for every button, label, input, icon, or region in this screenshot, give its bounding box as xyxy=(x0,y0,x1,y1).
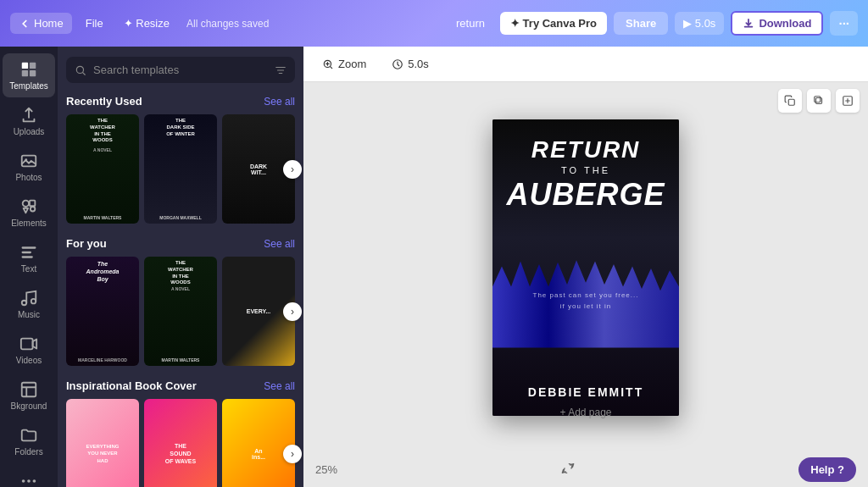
for-you-title: For you xyxy=(66,237,107,250)
for-you-grid: TheAndromedaBoy MARCELINE HARWOOD THEWAT… xyxy=(66,257,295,366)
return-button[interactable]: return xyxy=(448,13,493,34)
sidebar-item-uploads[interactable]: Uploads xyxy=(3,99,55,143)
canva-pro-button[interactable]: ✦ Try Canva Pro xyxy=(500,12,607,35)
preview-button[interactable]: ▶ 5.0s xyxy=(675,12,724,35)
duplicate-icon-button[interactable] xyxy=(807,89,831,113)
add-icon xyxy=(842,95,854,107)
book-auberge-text: AUBERGE xyxy=(506,177,665,213)
navbar: Home File ✦ Resize All changes saved ret… xyxy=(0,0,868,47)
templates-panel: Recently Used See all THEWATCHERIN THEWO… xyxy=(58,47,303,487)
template-waves[interactable]: THESOUNDOF WAVES xyxy=(144,399,217,487)
elements-icon xyxy=(19,197,38,216)
sidebar-label-music: Music xyxy=(18,310,40,319)
inspirational-next-btn[interactable]: › xyxy=(283,445,302,463)
add-icon-button[interactable] xyxy=(836,89,860,113)
svg-rect-11 xyxy=(22,383,36,397)
copy-icon-button[interactable] xyxy=(778,89,802,113)
template-pink[interactable]: EVERYTHINGYOU NEVERHAD xyxy=(66,399,139,487)
sidebar-item-more[interactable]: More xyxy=(14,465,44,487)
add-page-button[interactable]: + Add page xyxy=(559,407,611,418)
home-label: Home xyxy=(34,17,64,30)
duplicate-icon xyxy=(813,95,825,107)
sidebar-icons: Templates Uploads Photos Elements xyxy=(0,47,58,487)
more-button[interactable]: ··· xyxy=(830,11,858,36)
time-button[interactable]: 5.0s xyxy=(385,54,436,74)
svg-rect-3 xyxy=(30,70,36,76)
sidebar-item-videos[interactable]: Videos xyxy=(3,328,55,372)
folders-icon xyxy=(19,426,38,445)
book-title-block: RETURN TO THE AUBERGE xyxy=(506,136,665,213)
sidebar-item-photos[interactable]: Photos xyxy=(3,145,55,189)
download-icon xyxy=(743,18,754,30)
saved-status: All changes saved xyxy=(186,18,269,30)
canvas-content: RETURN TO THE AUBERGE The past can set y… xyxy=(303,82,868,452)
svg-point-9 xyxy=(31,299,36,304)
uploads-icon xyxy=(19,106,38,125)
sidebar-item-text[interactable]: Text xyxy=(3,236,55,280)
book-subtitle2: if you let it in xyxy=(533,302,639,310)
main-book-cover[interactable]: RETURN TO THE AUBERGE The past can set y… xyxy=(492,119,679,416)
for-you-see-all[interactable]: See all xyxy=(264,238,295,250)
inspirational-header: Inspirational Book Cover See all xyxy=(66,379,295,392)
recently-used-title: Recently Used xyxy=(66,95,142,108)
zoom-button[interactable]: Zoom xyxy=(315,54,373,74)
canvas-area: Zoom 5.0s xyxy=(303,47,868,487)
sidebar-label-elements: Elements xyxy=(11,219,47,228)
recently-used-see-all[interactable]: See all xyxy=(264,96,295,108)
expand-button[interactable] xyxy=(561,462,575,478)
template-watcher2[interactable]: THEWATCHERIN THEWOODS A NOVEL MARTIN WAL… xyxy=(144,257,217,366)
book-tothe-text: TO THE xyxy=(506,165,665,175)
templates-icon xyxy=(19,60,38,79)
zoom-icon xyxy=(322,58,334,70)
svg-rect-20 xyxy=(815,97,821,102)
for-you-next-btn[interactable]: › xyxy=(283,302,302,321)
template-andromeda[interactable]: TheAndromedaBoy MARCELINE HARWOOD xyxy=(66,257,139,366)
filter-icon[interactable] xyxy=(275,64,287,76)
background-icon xyxy=(19,380,38,399)
sidebar-label-videos: Videos xyxy=(16,356,42,365)
svg-rect-18 xyxy=(788,99,794,105)
canvas-toolbar: Zoom 5.0s xyxy=(303,47,868,82)
template-anins[interactable]: Anins... xyxy=(222,399,295,487)
sidebar-item-background[interactable]: Bkground xyxy=(3,374,55,418)
svg-point-13 xyxy=(27,479,31,483)
file-button[interactable]: File xyxy=(79,13,110,34)
videos-icon xyxy=(19,335,38,353)
svg-rect-10 xyxy=(21,339,33,350)
svg-rect-1 xyxy=(30,63,36,69)
sidebar-label-templates: Templates xyxy=(9,81,48,91)
more-icon xyxy=(19,472,38,487)
resize-label: ✦ Resize xyxy=(124,17,170,30)
help-button[interactable]: Help ? xyxy=(798,457,856,482)
sidebar-item-templates[interactable]: Templates xyxy=(3,53,55,97)
share-button[interactable]: Share xyxy=(614,12,668,35)
template-dark-side[interactable]: THEDARK SIDEOF WINTER MORGAN MAXWELL xyxy=(144,114,217,224)
search-input[interactable] xyxy=(93,64,268,76)
download-label: Download xyxy=(759,17,811,30)
home-button[interactable]: Home xyxy=(10,13,72,34)
sidebar-label-background: Bkground xyxy=(11,401,47,411)
svg-rect-2 xyxy=(22,70,28,76)
recently-used-next-btn[interactable]: › xyxy=(283,160,302,179)
copy-icon xyxy=(784,95,796,107)
svg-point-8 xyxy=(22,301,27,306)
search-bar xyxy=(66,57,295,83)
music-icon xyxy=(19,289,38,307)
template-watcher[interactable]: THEWATCHERIN THEWOODS A NOVEL MARTIN WAL… xyxy=(66,114,139,224)
download-button[interactable]: Download xyxy=(731,11,823,36)
book-author: DEBBIE EMMITT xyxy=(528,385,643,399)
sidebar-item-folders[interactable]: Folders xyxy=(3,419,55,463)
svg-rect-0 xyxy=(22,63,28,69)
inspirational-see-all[interactable]: See all xyxy=(264,380,295,392)
inspirational-title: Inspirational Book Cover xyxy=(66,379,197,392)
svg-point-14 xyxy=(33,479,36,483)
sidebar-item-music[interactable]: Music xyxy=(3,282,55,326)
sidebar-item-elements[interactable]: Elements xyxy=(3,191,55,235)
resize-button[interactable]: ✦ Resize xyxy=(117,13,176,34)
inspirational-grid: EVERYTHINGYOU NEVERHAD THESOUNDOF WAVES … xyxy=(66,399,295,487)
book-subtitle-block: The past can set you free... if you let … xyxy=(533,288,639,310)
photos-icon xyxy=(19,152,38,170)
book-return-text: RETURN xyxy=(506,136,665,163)
sidebar-label-uploads: Uploads xyxy=(14,127,45,136)
sidebar-label-text: Text xyxy=(21,264,36,274)
